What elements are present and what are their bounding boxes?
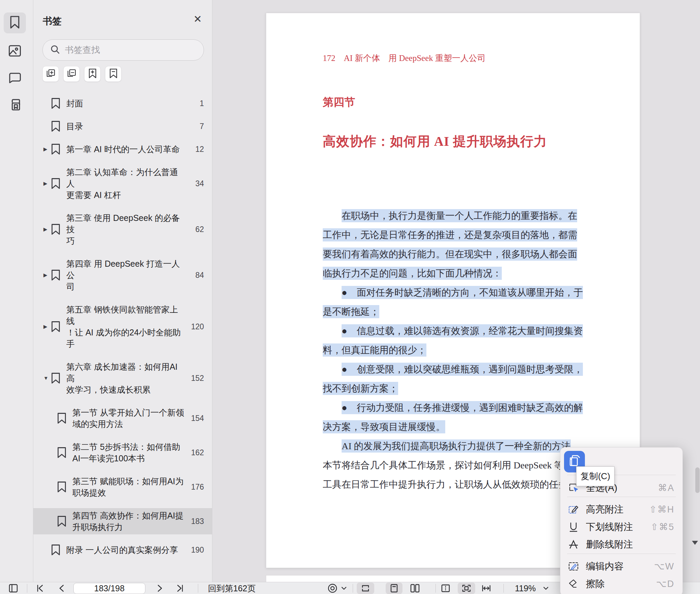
bookmark-item[interactable]: 第四节 高效协作：如何用AI提 升职场执行力183 bbox=[33, 508, 212, 534]
bookmark-item[interactable]: ▼第六章 成长加速器：如何用AI高 效学习，快速成长积累152 bbox=[33, 359, 212, 397]
chevron-left-icon bbox=[58, 584, 65, 592]
bookmark-item[interactable]: ▶第二章 认知革命：为什么普通人 更需要 AI 杠杆34 bbox=[33, 165, 212, 202]
add-bookmark-button[interactable] bbox=[84, 66, 101, 82]
two-page-icon bbox=[410, 584, 420, 593]
single-page-icon bbox=[390, 584, 398, 593]
fit-visible-button[interactable] bbox=[441, 582, 450, 594]
back-to-page-button[interactable]: 回到第162页 bbox=[208, 582, 256, 594]
bookmark-label: 第四章 用 DeepSeek 打造一人公 司 bbox=[66, 258, 185, 292]
toolbar-divider bbox=[435, 584, 436, 593]
collapse-all-button[interactable] bbox=[63, 66, 80, 82]
bookmark-page-number: 1 bbox=[200, 98, 204, 109]
sidebar-toggle-button[interactable] bbox=[9, 582, 18, 594]
page-number-input[interactable]: 183/198 bbox=[73, 583, 145, 594]
collapse-arrow-icon[interactable]: ▼ bbox=[43, 372, 51, 384]
last-page-icon bbox=[176, 584, 184, 592]
last-page-button[interactable] bbox=[176, 582, 184, 594]
pdf-reader-window: 书签 ✕ 封面1目录7▶第一章 AI 时代的一人公司革命12▶第二章 认知革命：… bbox=[0, 0, 700, 594]
bookmark-item[interactable]: 封面1 bbox=[33, 96, 212, 111]
copy-tooltip: 复制(C) bbox=[576, 466, 615, 486]
fit-page-button[interactable] bbox=[462, 582, 471, 594]
view-settings-button[interactable] bbox=[327, 582, 347, 594]
text: 本节将结合几个具体工作场景，探讨如何利用 DeepSeek 等 bbox=[323, 460, 564, 470]
expand-arrow-icon[interactable]: ▶ bbox=[43, 224, 51, 235]
menu-item-下划线附注[interactable]: 下划线附注⇧⌘5 bbox=[560, 518, 682, 536]
continuous-scroll-button[interactable] bbox=[361, 582, 370, 594]
expand-all-icon bbox=[46, 68, 56, 80]
text-line: 本节将结合几个具体工作场景，探讨如何利用 DeepSeek 等 bbox=[323, 456, 583, 475]
bookmark-item[interactable]: 第二节 5步拆书法：如何借助 AI一年读完100本书162 bbox=[33, 439, 212, 466]
text-line: AI 的发展为我们提高职场执行力提供了一种全新的方法。 bbox=[323, 436, 583, 456]
expand-arrow-icon[interactable]: ▶ bbox=[43, 321, 51, 332]
two-page-button[interactable] bbox=[410, 582, 420, 594]
first-page-button[interactable] bbox=[36, 582, 44, 594]
fit-width-icon bbox=[481, 584, 491, 593]
bookmark-item[interactable]: 目录7 bbox=[33, 119, 212, 134]
bookmark-item[interactable]: 第一节 从零开始入门一个新领 域的实用方法154 bbox=[33, 405, 212, 431]
menu-item-label: 编辑内容 bbox=[586, 560, 624, 573]
previous-page-button[interactable] bbox=[58, 582, 65, 594]
fit-width-button[interactable] bbox=[481, 582, 491, 594]
bookmark-toolbar bbox=[42, 66, 121, 82]
scroll-down-arrow[interactable] bbox=[692, 541, 698, 545]
bookmark-item[interactable]: 第三节 赋能职场：如何用AI为 职场提效176 bbox=[33, 474, 212, 500]
edit-content-icon bbox=[568, 561, 579, 572]
single-page-button[interactable] bbox=[390, 582, 398, 594]
selected-text: 在职场中，执行力是衡量一个人工作能力的重要指标。在 bbox=[342, 209, 577, 222]
menu-item-编辑内容[interactable]: 编辑内容⌥W bbox=[560, 558, 682, 575]
text-line: 决方案，导致项目进展缓慢。 bbox=[323, 417, 583, 436]
bookmark-page-number: 84 bbox=[195, 269, 204, 281]
bookmark-icon bbox=[51, 224, 61, 235]
expand-all-button[interactable] bbox=[42, 66, 59, 82]
annotation-summary-panel-toggle[interactable] bbox=[4, 95, 26, 116]
bookmark-item[interactable]: ▶第三章 使用 DeepSeek 的必备技 巧62 bbox=[33, 210, 212, 248]
menu-item-删除线附注[interactable]: 删除线附注 bbox=[560, 536, 682, 553]
running-header: 172 AI 新个体 用 DeepSeek 重塑一人公司 bbox=[323, 53, 486, 64]
search-input[interactable] bbox=[64, 44, 194, 56]
menu-item-高亮附注[interactable]: 高亮附注⇧⌘H bbox=[560, 501, 682, 518]
bookmark-page-number: 12 bbox=[195, 143, 204, 155]
menu-item-擦除[interactable]: 擦除⌥D bbox=[560, 575, 682, 593]
bookmark-search[interactable] bbox=[42, 39, 204, 61]
expand-arrow-icon[interactable]: ▶ bbox=[43, 143, 51, 155]
remove-bookmark-button[interactable] bbox=[105, 66, 121, 82]
vertical-scrollbar-thumb[interactable] bbox=[695, 467, 700, 493]
next-page-button[interactable] bbox=[156, 582, 164, 594]
bookmark-icon bbox=[51, 121, 61, 132]
text-line: 在职场中，执行力是衡量一个人工作能力的重要指标。在 bbox=[323, 206, 583, 225]
comments-panel-toggle[interactable] bbox=[4, 68, 26, 89]
text: 工具在日常工作中提升执行力，让职场人从低效烦琐的任务 bbox=[323, 479, 568, 490]
bookmark-item[interactable]: 附录 一人公司的真实案例分享190 bbox=[33, 542, 212, 557]
toolbar-divider bbox=[353, 584, 353, 593]
section-title: 高效协作：如何用 AI 提升职场执行力 bbox=[323, 132, 547, 151]
bookmark-label: 第三节 赋能职场：如何用AI为 职场提效 bbox=[72, 475, 191, 498]
selected-text: ● 面对任务时缺乏清晰的方向，不知道该从哪里开始，于 bbox=[342, 286, 583, 299]
close-panel-button[interactable]: ✕ bbox=[194, 14, 202, 24]
bookmark-label: 目录 bbox=[66, 121, 185, 132]
bookmark-page-number: 34 bbox=[195, 178, 204, 189]
expand-arrow-icon[interactable]: ▶ bbox=[43, 178, 51, 189]
bookmark-icon bbox=[51, 98, 61, 109]
bookmark-label: 第五章 钢铁侠同款智能管家上线 ！让 AI 成为你的24小时全能助 手 bbox=[66, 304, 185, 350]
menu-item-shortcut: ⌥W bbox=[654, 561, 674, 572]
bookmark-page-number: 120 bbox=[191, 321, 204, 332]
text-line: 工作中，无论是日常任务的推进，还是复杂项目的落地，都需 bbox=[323, 225, 583, 244]
zoom-level-button[interactable]: 119% bbox=[515, 582, 549, 594]
body-text: 在职场中，执行力是衡量一个人工作能力的重要指标。在工作中，无论是日常任务的推进，… bbox=[323, 206, 583, 494]
bookmark-item[interactable]: ▶第五章 钢铁侠同款智能管家上线 ！让 AI 成为你的24小时全能助 手120 bbox=[33, 302, 212, 351]
expand-arrow-icon[interactable]: ▶ bbox=[43, 269, 51, 281]
remove-bookmark-icon bbox=[109, 68, 118, 80]
selected-text: 找不到创新方案； bbox=[323, 382, 398, 395]
fit-page-icon bbox=[462, 584, 471, 593]
text-line: 料，但真正能用的很少； bbox=[323, 340, 583, 360]
search-icon bbox=[43, 44, 64, 56]
bookmarks-panel-toggle[interactable] bbox=[4, 12, 26, 33]
chevron-right-icon bbox=[156, 584, 164, 592]
text-line: ● 创意受限，难以突破思维瓶颈，遇到问题时思考受限， bbox=[323, 360, 583, 379]
bookmark-label: 第三章 使用 DeepSeek 的必备技 巧 bbox=[66, 212, 185, 246]
bookmark-item[interactable]: ▶第一章 AI 时代的一人公司革命12 bbox=[33, 142, 212, 157]
bookmark-item[interactable]: ▶第四章 用 DeepSeek 打造一人公 司84 bbox=[33, 256, 212, 294]
bookmark-label: 第一节 从零开始入门一个新领 域的实用方法 bbox=[72, 407, 191, 430]
bookmark-page-number: 176 bbox=[191, 481, 204, 493]
thumbnails-panel-toggle[interactable] bbox=[4, 41, 26, 62]
